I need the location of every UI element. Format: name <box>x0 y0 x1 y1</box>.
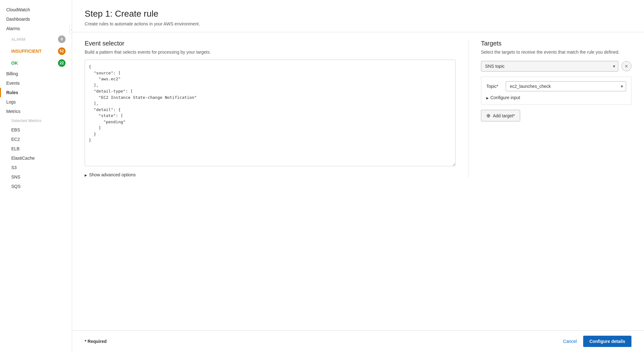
event-selector-panel: Event selector Build a pattern that sele… <box>85 40 468 177</box>
sidebar-item-metrics[interactable]: Metrics <box>0 107 72 116</box>
main-content: Step 1: Create rule Create rules to auto… <box>72 0 644 352</box>
sidebar-item-insufficient[interactable]: INSUFFICIENT 52 <box>0 45 72 57</box>
topic-row: Topic* ec2_launches_check ▾ <box>486 81 626 91</box>
sidebar-item-dashboards[interactable]: Dashboards <box>0 14 72 24</box>
event-selector-title: Event selector <box>85 40 456 47</box>
sidebar-item-events[interactable]: Events <box>0 78 72 88</box>
target-type-row: SNS topic Lambda function SQS queue Kine… <box>481 61 631 72</box>
sidebar-item-alarms[interactable]: Alarms <box>0 24 72 33</box>
insufficient-badge: 52 <box>58 47 66 55</box>
add-target-icon: ⊕ <box>486 113 490 119</box>
target-type-select[interactable]: SNS topic Lambda function SQS queue Kine… <box>481 61 618 72</box>
sidebar-item-rules[interactable]: Rules <box>0 88 72 97</box>
target-type-select-wrapper: SNS topic Lambda function SQS queue Kine… <box>481 61 618 72</box>
remove-icon: ✕ <box>625 64 628 69</box>
required-note: * Required <box>85 339 107 344</box>
sidebar-item-alarm-status[interactable]: ALARM 0 <box>0 33 72 45</box>
sidebar-item-elasticache[interactable]: ElastiCache <box>0 153 72 163</box>
page-footer: * Required Cancel Configure details <box>72 330 644 352</box>
page-title: Step 1: Create rule <box>85 9 631 19</box>
sidebar-item-cloudwatch[interactable]: CloudWatch <box>0 5 72 14</box>
cancel-button[interactable]: Cancel <box>562 336 578 346</box>
sidebar-collapse-button[interactable]: ◀ <box>69 25 72 34</box>
advanced-options-toggle[interactable]: Show advanced options <box>85 172 456 177</box>
page-header: Step 1: Create rule Create rules to auto… <box>72 0 644 32</box>
sidebar-item-sqs[interactable]: SQS <box>0 182 72 191</box>
sidebar-item-billing[interactable]: Billing <box>0 69 72 78</box>
sidebar-item-elb[interactable]: ELB <box>0 144 72 153</box>
target-config-box: Topic* ec2_launches_check ▾ Configure in… <box>481 77 631 105</box>
ok-badge: 22 <box>58 59 66 67</box>
sidebar-item-sns[interactable]: SNS <box>0 172 72 182</box>
sidebar-item-logs[interactable]: Logs <box>0 97 72 107</box>
targets-title: Targets <box>481 40 631 47</box>
sidebar-item-ok[interactable]: OK 22 <box>0 57 72 69</box>
content-body: Event selector Build a pattern that sele… <box>72 32 644 199</box>
event-selector-description: Build a pattern that selects events for … <box>85 50 456 55</box>
targets-description: Select the targets to receive the events… <box>481 50 631 55</box>
sidebar: ◀ CloudWatch Dashboards Alarms ALARM 0 I… <box>0 0 72 352</box>
sidebar-item-s3[interactable]: S3 <box>0 163 72 172</box>
sidebar-item-ec2[interactable]: EC2 <box>0 135 72 144</box>
sidebar-item-selected-metrics: Selected Metrics <box>0 116 72 125</box>
remove-target-button[interactable]: ✕ <box>621 61 631 71</box>
alarm-badge: 0 <box>58 35 66 43</box>
targets-panel: Targets Select the targets to receive th… <box>481 40 631 177</box>
configure-details-button[interactable]: Configure details <box>583 336 631 347</box>
add-target-label: Add target* <box>493 113 515 118</box>
advanced-options-label: Show advanced options <box>89 172 136 177</box>
sidebar-item-ebs[interactable]: EBS <box>0 125 72 135</box>
page-subtitle: Create rules to automate actions in your… <box>85 21 631 26</box>
configure-input-icon <box>486 95 489 100</box>
advanced-options-icon <box>85 172 87 177</box>
topic-label: Topic* <box>486 84 502 89</box>
topic-select[interactable]: ec2_launches_check <box>506 81 626 91</box>
add-target-button[interactable]: ⊕ Add target* <box>481 110 520 121</box>
topic-select-wrapper: ec2_launches_check ▾ <box>506 81 626 91</box>
footer-buttons: Cancel Configure details <box>562 336 631 347</box>
event-selector-textarea[interactable] <box>85 60 456 166</box>
configure-input-label: Configure input <box>490 95 520 100</box>
configure-input-toggle[interactable]: Configure input <box>486 95 626 100</box>
